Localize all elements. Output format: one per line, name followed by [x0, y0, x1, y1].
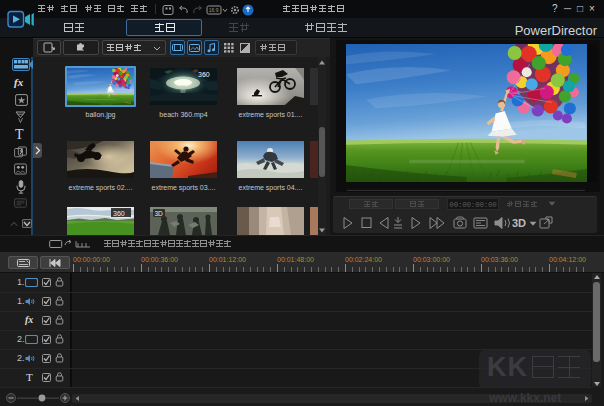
svg-text:3D: 3D [155, 210, 164, 217]
svg-text:16:9: 16:9 [209, 7, 219, 13]
svg-text:360: 360 [113, 210, 125, 217]
svg-text:360: 360 [198, 71, 210, 78]
